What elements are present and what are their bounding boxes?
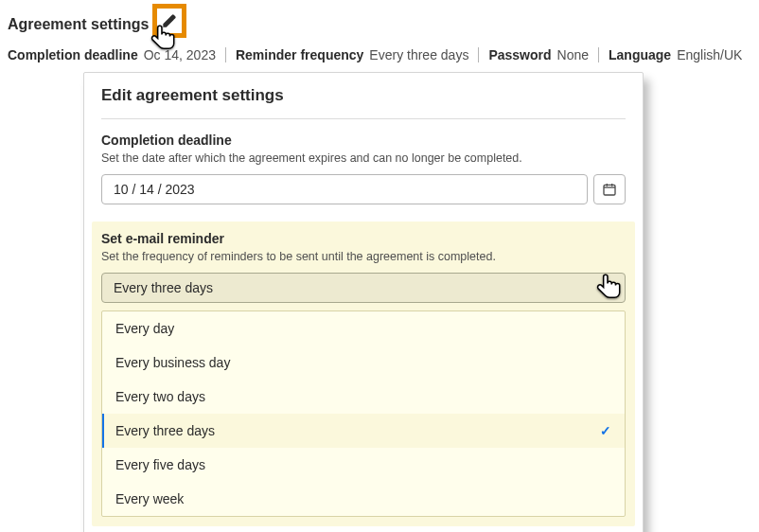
reminder-select-value: Every three days: [114, 280, 213, 295]
reminder-option-every-day[interactable]: Every day: [102, 311, 625, 346]
calendar-icon: [602, 182, 617, 197]
reminder-option-every-week[interactable]: Every week: [102, 482, 625, 516]
summary-language-value: English/UK: [677, 47, 742, 62]
calendar-button[interactable]: [593, 174, 626, 204]
summary-reminder-label: Reminder frequency: [236, 47, 363, 62]
reminder-option-label: Every day: [115, 321, 174, 336]
edit-button-highlight[interactable]: [152, 4, 186, 38]
reminder-option-label: Every five days: [115, 457, 205, 472]
summary-password: Password None: [488, 47, 589, 62]
summary-password-label: Password: [488, 47, 551, 62]
reminder-sub: Set the frequency of reminders to be sen…: [101, 250, 626, 263]
reminder-option-every-three-days[interactable]: Every three days ✓: [102, 414, 625, 448]
dialog-divider: [101, 118, 626, 119]
dialog-title: Edit agreement settings: [101, 86, 626, 105]
check-icon: ✓: [600, 423, 611, 438]
pencil-icon: [162, 13, 177, 28]
reminder-dropdown: Every day Every business day Every two d…: [101, 310, 626, 517]
dialog-footer: Cancel Continue: [101, 526, 626, 532]
chevron-down-icon: ⌄: [604, 280, 613, 293]
reminder-option-every-five-days[interactable]: Every five days: [102, 448, 625, 482]
summary-deadline-value: Oc 14, 2023: [144, 47, 216, 62]
reminder-option-label: Every week: [115, 491, 184, 506]
reminder-option-label: Every business day: [115, 355, 230, 370]
reminder-section: Set e-mail reminder Set the frequency of…: [92, 222, 635, 526]
svg-rect-0: [604, 185, 615, 195]
reminder-option-every-business-day[interactable]: Every business day: [102, 346, 625, 380]
reminder-select[interactable]: Every three days ⌄: [101, 273, 626, 303]
edit-button[interactable]: [157, 9, 182, 33]
reminder-option-every-two-days[interactable]: Every two days: [102, 380, 625, 414]
page-title-row: Agreement settings: [0, 0, 759, 45]
divider: [225, 47, 226, 62]
deadline-sub: Set the date after which the agreement e…: [101, 151, 626, 165]
summary-language-label: Language: [609, 47, 671, 62]
deadline-input-value: 10 / 14 / 2023: [114, 182, 195, 197]
deadline-heading: Completion deadline: [101, 133, 626, 148]
reminder-option-label: Every three days: [115, 423, 215, 438]
summary-language: Language English/UK: [609, 47, 742, 62]
summary-row: Completion deadline Oc 14, 2023 Reminder…: [0, 45, 759, 74]
reminder-heading: Set e-mail reminder: [101, 231, 626, 246]
summary-password-value: None: [557, 47, 589, 62]
page-title: Agreement settings: [8, 16, 149, 33]
summary-reminder: Reminder frequency Every three days: [236, 47, 468, 62]
summary-deadline-label: Completion deadline: [8, 47, 138, 62]
deadline-input[interactable]: 10 / 14 / 2023: [101, 174, 588, 204]
edit-agreement-dialog: Edit agreement settings Completion deadl…: [83, 72, 644, 532]
divider: [598, 47, 599, 62]
summary-deadline: Completion deadline Oc 14, 2023: [8, 47, 216, 62]
reminder-option-label: Every two days: [115, 389, 205, 404]
deadline-row: 10 / 14 / 2023: [101, 174, 626, 204]
summary-reminder-value: Every three days: [369, 47, 468, 62]
divider: [478, 47, 479, 62]
